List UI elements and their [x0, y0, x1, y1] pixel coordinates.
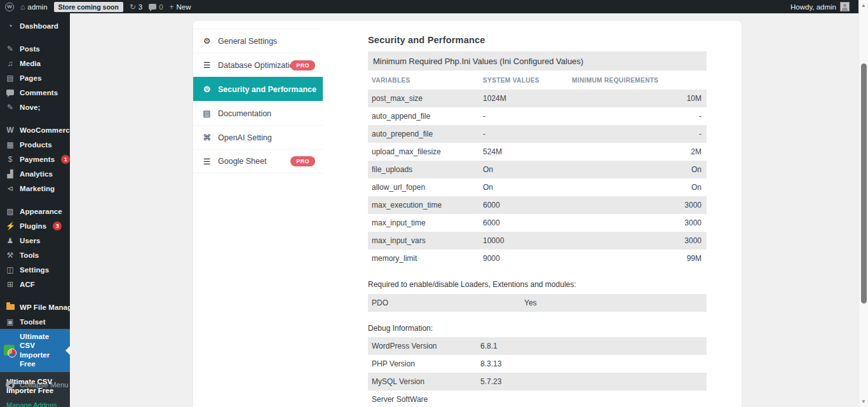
- site-menu[interactable]: ⌂ admin: [20, 3, 48, 11]
- sidebar-item-acf[interactable]: ⊞ACF: [0, 277, 70, 291]
- tab-security-and-performance[interactable]: ⚙Security and Performance: [193, 77, 323, 101]
- table-row: WordPress Version6.8.1: [368, 337, 707, 355]
- pin-icon: ✎: [6, 45, 15, 53]
- phpini-section-header: Minimum Required Php.Ini Values (Ini Con…: [368, 51, 707, 70]
- debug-info-table: WordPress Version6.8.1 PHP Version8.3.13…: [368, 337, 707, 407]
- cog-icon: ⚙: [202, 84, 212, 94]
- tools-icon: ⚒: [6, 251, 15, 259]
- table-row: auto_append_file--: [368, 107, 707, 125]
- update-count: 3: [139, 3, 142, 11]
- gear-icon: ⚙: [202, 36, 212, 46]
- sidebar-item-wp-file-manager[interactable]: WP File Manager: [0, 300, 70, 314]
- sidebar-item-analytics[interactable]: ▟Analytics: [0, 166, 70, 181]
- sidebar-item-ultimate-csv-importer[interactable]: Ultimate CSV Importer Free: [0, 329, 70, 372]
- dashboard-icon: ◔: [6, 22, 15, 30]
- payments-count-badge: 1: [61, 155, 70, 164]
- wordpress-logo-icon[interactable]: W: [5, 3, 14, 11]
- collapse-menu-label: Collapse Menu: [20, 381, 69, 389]
- tab-openai-setting[interactable]: ⌘OpenAI Setting: [193, 125, 323, 149]
- new-menu[interactable]: + New: [170, 3, 191, 11]
- store-coming-soon-badge[interactable]: Store coming soon: [54, 2, 123, 12]
- table-row: auto_prepend_file--: [368, 125, 707, 143]
- database-icon: ☰: [202, 60, 212, 70]
- sidebar-item-dashboard[interactable]: ◔Dashboard: [0, 18, 70, 33]
- howdy-admin[interactable]: Howdy, admin: [790, 3, 836, 11]
- table-row: max_input_vars100003000: [368, 232, 707, 250]
- sidebar-item-tools[interactable]: ⚒Tools: [0, 248, 70, 262]
- table-row: file_uploadsOnOn: [368, 161, 707, 178]
- analytics-icon: ▟: [6, 170, 15, 178]
- collapse-menu-button[interactable]: ◀ Collapse Menu: [0, 380, 70, 389]
- table-row: memory_limit900099M: [368, 250, 707, 267]
- tab-general-settings[interactable]: ⚙General Settings: [193, 29, 323, 53]
- folder-icon: [6, 304, 15, 311]
- security-performance-panel: Security and Performance Minimum Require…: [368, 21, 707, 407]
- comment-bubble-icon: [149, 4, 156, 10]
- document-icon: ▤: [202, 109, 212, 118]
- table-row: post_max_size1024M10M: [368, 90, 707, 107]
- phpini-table: post_max_size1024M10M auto_append_file--…: [368, 90, 707, 267]
- new-label: New: [177, 3, 191, 11]
- sidebar-item-pages[interactable]: ▤Pages: [0, 70, 70, 85]
- avatar[interactable]: [840, 2, 850, 11]
- scroll-down-arrow-icon[interactable]: ▼: [859, 399, 868, 404]
- settings-icon: ◫: [6, 266, 15, 274]
- sidebar-item-media[interactable]: ♫Media: [0, 56, 70, 70]
- pin-icon: ✎: [6, 103, 15, 111]
- csv-importer-submenu: Ultimate CSV Importer Free Manage Addons: [0, 372, 70, 407]
- page-scrollbar[interactable]: ▲ ▼: [858, 0, 868, 407]
- sidebar-item-users[interactable]: ♟Users: [0, 233, 70, 248]
- page-title: Security and Performance: [368, 35, 707, 45]
- updates-icon: ↻: [130, 3, 136, 11]
- table-row: PDOYes: [368, 294, 707, 312]
- debug-info-label: Debug Information:: [368, 324, 707, 333]
- collapse-arrow-icon: ◀: [6, 380, 15, 389]
- sidebar-item-products[interactable]: ▦Products: [0, 137, 70, 152]
- table-row: PHP Version8.3.13: [368, 355, 707, 373]
- pro-badge: PRO: [290, 60, 315, 70]
- megaphone-icon: ⊲: [6, 185, 15, 192]
- settings-tab-list: ⚙General Settings ☰Database Optimization…: [193, 29, 323, 173]
- updates-menu[interactable]: ↻ 3: [130, 3, 142, 11]
- sidebar-item-marketing[interactable]: ⊲Marketing: [0, 181, 70, 196]
- sidebar-item-nove[interactable]: ✎Nove;: [0, 100, 70, 114]
- table-row: allow_url_fopenOnOn: [368, 178, 707, 196]
- tab-google-sheet[interactable]: ☰Google SheetPRO: [193, 149, 323, 173]
- media-icon: ♫: [6, 60, 15, 67]
- sidebar-item-toolset[interactable]: ▣Toolset: [0, 314, 70, 329]
- sidebar-item-plugins[interactable]: ⚡Plugins3: [0, 218, 70, 233]
- sidebar-item-woocommerce[interactable]: WWooCommerce: [0, 123, 70, 137]
- sidebar-item-posts[interactable]: ✎Posts: [0, 41, 70, 56]
- sidebar-item-settings[interactable]: ◫Settings: [0, 262, 70, 277]
- acf-icon: ⊞: [6, 281, 15, 288]
- admin-top-bar: W ⌂ admin Store coming soon ↻ 3 0 + New …: [0, 0, 858, 13]
- table-row: Server SoftWare: [368, 390, 707, 407]
- sidebar-item-comments[interactable]: Comments: [0, 85, 70, 100]
- comments-menu[interactable]: 0: [149, 3, 163, 11]
- scroll-up-arrow-icon[interactable]: ▲: [859, 3, 868, 8]
- tab-database-optimization[interactable]: ☰Database OptimizationPRO: [193, 53, 323, 77]
- comment-count: 0: [159, 3, 163, 11]
- home-icon: ⌂: [20, 3, 25, 11]
- submenu-item-manage-addons[interactable]: Manage Addons: [6, 401, 64, 407]
- sidebar-item-appearance[interactable]: ▨Appearance: [0, 204, 70, 218]
- payments-icon: $: [6, 156, 15, 163]
- toolset-icon: ▣: [6, 318, 15, 326]
- tab-documentation[interactable]: ▤Documentation: [193, 101, 323, 125]
- woocommerce-icon: W: [6, 126, 15, 134]
- plugins-count-badge: 3: [53, 222, 62, 230]
- site-name: admin: [27, 3, 47, 11]
- csv-importer-icon: [4, 345, 15, 356]
- products-icon: ▦: [6, 141, 15, 149]
- scrollbar-thumb[interactable]: [861, 63, 867, 304]
- loaders-table: PDOYes: [368, 294, 707, 312]
- admin-sidebar: ◔Dashboard ✎Posts ♫Media ▤Pages Comments…: [0, 13, 70, 407]
- table-row: MySQL Version5.7.23: [368, 373, 707, 390]
- openai-icon: ⌘: [202, 133, 212, 142]
- sidebar-item-payments[interactable]: $Payments1: [0, 152, 70, 166]
- admin-content-area: ⚙General Settings ☰Database Optimization…: [70, 13, 858, 407]
- comment-bubble-icon: [6, 89, 15, 97]
- appearance-icon: ▨: [6, 208, 15, 215]
- sheet-icon: ☰: [202, 157, 212, 166]
- phpini-table-header: VARIABLES SYSTEM VALUES MINIMUM REQUIREM…: [368, 70, 707, 90]
